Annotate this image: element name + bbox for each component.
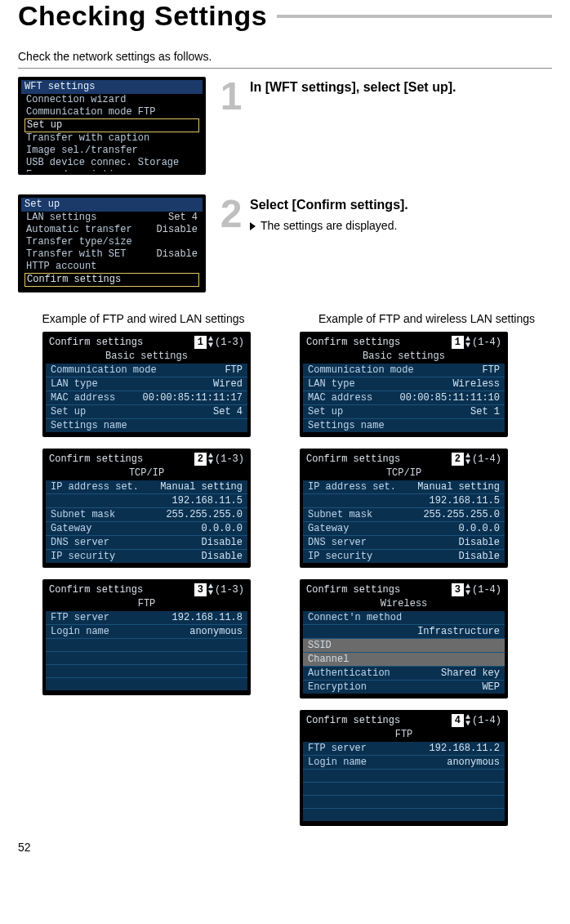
step1-heading: In [WFT settings], select [Set up]. xyxy=(250,80,552,95)
step2-screenshot: Set upLAN settingsSet 4Automatic transfe… xyxy=(18,194,206,292)
title-rule xyxy=(277,15,552,18)
wireless-column: Confirm settings1▲▼(1-4)Basic settingsCo… xyxy=(300,332,508,826)
menu-item: Connection wizard xyxy=(21,94,203,106)
settings-row: _192.168.11.5 xyxy=(46,493,247,507)
intro-divider xyxy=(18,68,552,69)
page-indicator: 1▲▼(1-4) xyxy=(452,336,501,349)
menu-item: Transfer with SETDisable xyxy=(21,248,203,261)
updown-icon: ▲▼ xyxy=(208,336,213,349)
step-1: WFT settingsConnection wizardCommunicati… xyxy=(18,77,552,175)
menu-item: Error description xyxy=(21,169,203,175)
screen-topbar: Confirm settings1▲▼(1-4) xyxy=(303,335,505,350)
screen-subtitle: FTP xyxy=(303,728,505,742)
settings-row: FTP server192.168.11.8 xyxy=(46,611,247,624)
updown-icon: ▲▼ xyxy=(208,583,213,596)
settings-row: IP address set.Manual setting xyxy=(46,480,247,493)
page-number: 52 xyxy=(18,841,552,854)
screen-topbar: Confirm settings2▲▼(1-3) xyxy=(46,452,247,466)
settings-row: Connect'n method xyxy=(303,611,505,624)
step2-heading: Select [Confirm settings]. xyxy=(250,198,552,212)
settings-row: Settings name xyxy=(46,418,247,432)
settings-row: Communication modeFTP xyxy=(303,364,505,377)
step1-screenshot: WFT settingsConnection wizardCommunicati… xyxy=(18,77,206,175)
settings-row: Login nameanonymous xyxy=(46,624,247,638)
confirm-settings-screen: Confirm settings2▲▼(1-3)TCP/IPIP address… xyxy=(42,449,251,568)
settings-row-empty xyxy=(303,769,505,782)
settings-row: MAC address00:00:85:11:11:17 xyxy=(46,391,247,404)
menu-item: Communication mode FTP xyxy=(21,106,203,118)
screen-header: Set up xyxy=(21,198,203,212)
screen-title: Confirm settings xyxy=(49,336,143,349)
wired-example-title: Example of FTP and wired LAN settings xyxy=(18,312,269,325)
page-indicator: 3▲▼(1-4) xyxy=(452,583,501,596)
menu-item: Automatic transferDisable xyxy=(21,224,203,236)
menu-item: Transfer with caption xyxy=(21,132,203,145)
screen-topbar: Confirm settings2▲▼(1-4) xyxy=(303,452,505,466)
settings-row: Gateway0.0.0.0 xyxy=(46,521,247,535)
settings-row: Set upSet 1 xyxy=(303,404,505,418)
menu-item: Image sel./transfer xyxy=(21,145,203,157)
page-indicator: 4▲▼(1-4) xyxy=(452,714,501,727)
menu-item: Set up xyxy=(24,118,199,132)
menu-item: LAN settingsSet 4 xyxy=(21,212,203,224)
settings-row: EncryptionWEP xyxy=(303,680,505,694)
settings-row: Subnet mask255.255.255.0 xyxy=(303,507,505,521)
screen-header: WFT settings xyxy=(21,80,203,94)
screen-subtitle: TCP/IP xyxy=(303,466,505,480)
settings-row-empty xyxy=(303,782,505,795)
settings-row: Settings name xyxy=(303,418,505,432)
screen-title: Confirm settings xyxy=(306,336,400,349)
settings-row: DNS serverDisable xyxy=(303,535,505,549)
page-indicator: 1▲▼(1-3) xyxy=(194,336,244,349)
screen-subtitle: TCP/IP xyxy=(46,466,247,480)
wired-column: Confirm settings1▲▼(1-3)Basic settingsCo… xyxy=(42,332,251,826)
screen-topbar: Confirm settings3▲▼(1-4) xyxy=(303,583,505,597)
screen-topbar: Confirm settings4▲▼(1-4) xyxy=(303,713,505,728)
step1-number: 1 xyxy=(219,77,243,116)
menu-item: Transfer type/size xyxy=(21,236,203,248)
screen-subtitle: Basic settings xyxy=(303,350,505,364)
settings-row: Set upSet 4 xyxy=(46,404,247,418)
updown-icon: ▲▼ xyxy=(208,453,213,466)
settings-row: IP securityDisable xyxy=(303,549,505,563)
settings-row: FTP server192.168.11.2 xyxy=(303,742,505,755)
screen-topbar: Confirm settings3▲▼(1-3) xyxy=(46,583,247,597)
screen-title: Confirm settings xyxy=(306,453,400,466)
settings-row: IP securityDisable xyxy=(46,549,247,563)
settings-row: AuthenticationShared key xyxy=(303,666,505,680)
updown-icon: ▲▼ xyxy=(465,714,470,727)
page-indicator: 2▲▼(1-4) xyxy=(452,453,501,466)
screen-subtitle: FTP xyxy=(46,597,247,611)
intro-text: Check the network settings as follows. xyxy=(18,50,552,63)
confirm-settings-screen: Confirm settings4▲▼(1-4)FTPFTP server192… xyxy=(300,710,508,826)
updown-icon: ▲▼ xyxy=(465,453,470,466)
settings-row: Gateway0.0.0.0 xyxy=(303,521,505,535)
settings-row: Login nameanonymous xyxy=(303,755,505,769)
settings-row: IP address set.Manual setting xyxy=(303,480,505,493)
screen-title: Confirm settings xyxy=(306,583,400,596)
settings-row: SSID xyxy=(303,638,505,652)
screen-subtitle: Basic settings xyxy=(46,350,247,364)
screen-title: Confirm settings xyxy=(306,714,400,727)
step-2: Set upLAN settingsSet 4Automatic transfe… xyxy=(18,194,552,292)
menu-item: HTTP account xyxy=(21,261,203,273)
settings-row: _192.168.11.5 xyxy=(303,493,505,507)
step2-note: The settings are displayed. xyxy=(250,219,552,232)
settings-row: Subnet mask255.255.255.0 xyxy=(46,507,247,521)
settings-row-empty xyxy=(46,664,247,677)
wireless-example-title: Example of FTP and wireless LAN settings xyxy=(301,312,552,325)
settings-row: Channel xyxy=(303,652,505,666)
settings-row-empty xyxy=(46,651,247,664)
menu-item: USB device connec. Storage xyxy=(21,157,203,169)
triangle-icon xyxy=(250,222,256,230)
settings-row: Communication modeFTP xyxy=(46,364,247,377)
confirm-settings-screen: Confirm settings1▲▼(1-4)Basic settingsCo… xyxy=(300,332,508,437)
settings-row-empty xyxy=(46,638,247,651)
page-indicator: 2▲▼(1-3) xyxy=(194,453,244,466)
settings-row: DNS serverDisable xyxy=(46,535,247,549)
page-indicator: 3▲▼(1-3) xyxy=(194,583,244,596)
settings-row-empty xyxy=(303,808,505,821)
settings-row-empty xyxy=(303,795,505,808)
screen-title: Confirm settings xyxy=(49,583,143,596)
updown-icon: ▲▼ xyxy=(465,336,470,349)
